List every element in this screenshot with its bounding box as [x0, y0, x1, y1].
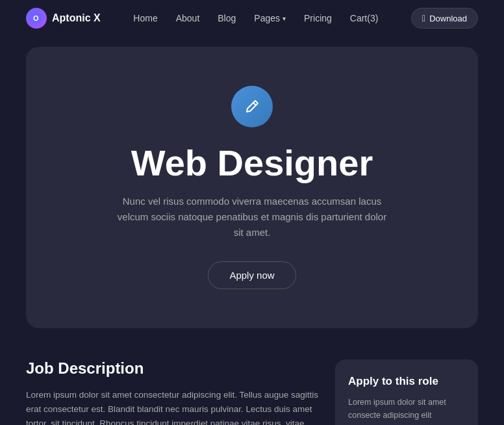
nav-pages[interactable]: Pages ▾: [254, 13, 286, 23]
chevron-down-icon: ▾: [283, 15, 286, 22]
hero-apply-button[interactable]: Apply now: [208, 261, 296, 289]
svg-text:O: O: [33, 14, 39, 22]
apple-icon: : [422, 13, 425, 23]
apply-card-description: Lorem ipsum dolor sit amet consecte adip…: [348, 396, 465, 425]
download-button[interactable]:  Download: [411, 8, 478, 29]
nav-about[interactable]: About: [176, 13, 200, 23]
hero-title: Web Designer: [131, 143, 373, 183]
hero-section: Web Designer Nunc vel risus commodo vive…: [26, 47, 478, 328]
hero-description: Nunc vel risus commodo viverra maecenas …: [116, 194, 388, 240]
job-description-paragraph-1: Lorem ipsum dolor sit amet consectetur a…: [26, 388, 320, 425]
main-content: Job Description Lorem ipsum dolor sit am…: [0, 339, 504, 425]
nav-links: Home About Blog Pages ▾ Pricing Cart(3): [133, 13, 378, 23]
logo-icon: O: [26, 8, 47, 29]
job-description-section: Job Description Lorem ipsum dolor sit am…: [26, 359, 320, 425]
job-description-title: Job Description: [26, 359, 320, 378]
hero-icon: [231, 86, 273, 127]
nav-pricing[interactable]: Pricing: [304, 13, 332, 23]
nav-blog[interactable]: Blog: [218, 13, 236, 23]
navigation: O Aptonic X Home About Blog Pages ▾ Pric…: [0, 0, 504, 36]
logo-text: Aptonic X: [52, 12, 101, 24]
nav-cart[interactable]: Cart(3): [350, 13, 379, 23]
logo[interactable]: O Aptonic X: [26, 8, 101, 29]
apply-card-title: Apply to this role: [348, 375, 465, 388]
apply-card: Apply to this role Lorem ipsum dolor sit…: [335, 359, 478, 425]
nav-home[interactable]: Home: [133, 13, 157, 23]
